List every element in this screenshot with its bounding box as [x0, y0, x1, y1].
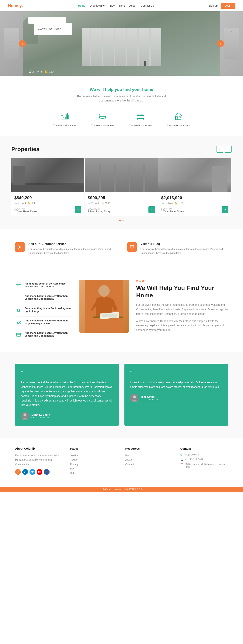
property-body-1: $849,200 🛁 2 🛏 4 📐 120² location: 2 Zwar…	[11, 192, 84, 216]
svg-marker-19	[175, 113, 182, 116]
property-stats-2: 🛁 2 🛏 4 📐 120²	[88, 202, 155, 204]
svg-rect-25	[130, 245, 134, 248]
social-twitter[interactable]	[29, 469, 35, 475]
feature-label-3: The Word Mountains	[129, 124, 152, 127]
features-subtitle: Far far away, behind the word mountains,…	[76, 94, 167, 103]
prop-area-1: 📐 120²	[28, 202, 36, 204]
testimonial-text-2: Lorem ipsum dolor sit amet, consectetur …	[130, 380, 222, 390]
nav-item-buy[interactable]: Buy	[110, 4, 115, 8]
footer-resources-title: Resources	[125, 447, 173, 450]
feature-icon-3	[135, 110, 146, 122]
footer-contact-title: Contact	[180, 447, 228, 450]
hero-stat-baths: 🛁 2	[28, 70, 34, 73]
nav-item-dropdown[interactable]: Dropdown ▾	[90, 4, 106, 8]
social-facebook[interactable]	[44, 469, 49, 475]
property-card-1: $849,200 🛁 2 🛏 4 📐 120² location: 2 Zwar…	[11, 158, 84, 216]
hero-next-button[interactable]: ›	[217, 40, 224, 47]
footer-link-blog[interactable]: Blog	[125, 453, 173, 458]
nav-item-rent[interactable]: Rent	[119, 4, 125, 8]
cta-content-2: Visit our Blog Far far away, behind the …	[141, 242, 228, 255]
svg-point-48	[133, 396, 136, 398]
svg-rect-21	[178, 118, 179, 120]
dropdown-toggle-icon: ▾	[102, 4, 106, 7]
footer-link-privacy[interactable]: Privacy	[70, 462, 118, 466]
feature-label-1: The Word Mountains	[53, 124, 76, 127]
watermark-bar: 仙鸟网社区bbs.xianiao.com免登下载更多内容	[0, 487, 243, 492]
email-icon: ✉	[180, 454, 183, 456]
dot-1[interactable]	[119, 220, 121, 222]
footer-about-title: About Colorlib	[15, 447, 63, 450]
whyus-feature-1: Right at the coast of the Semantics Voka…	[15, 280, 72, 292]
social-linkedin[interactable]	[22, 469, 28, 475]
hero-stats: 🛁 2 🛏 4 📐 120²	[28, 70, 54, 73]
signup-button[interactable]: Sign up	[209, 4, 218, 7]
whyus-text-4: And if she hasn't been rewritten then la…	[24, 319, 72, 325]
prop-bath-2: 🛁 2	[88, 202, 93, 204]
property-arrow-button-1[interactable]: →	[75, 206, 81, 213]
whyus-icon-4	[15, 319, 22, 326]
svg-rect-23	[179, 116, 180, 118]
login-button[interactable]: Login	[221, 3, 236, 9]
prop-bed-1: 🛏 4	[21, 202, 26, 204]
property-arrow-button-2[interactable]: →	[148, 206, 155, 213]
nav-link-about[interactable]: About	[129, 4, 136, 7]
svg-point-11	[105, 118, 106, 119]
svg-rect-3	[63, 114, 64, 115]
brand-logo[interactable]: Homey.	[7, 3, 23, 8]
cta-icon-2	[127, 242, 137, 252]
whyus-person-image	[79, 280, 129, 332]
property-footer-3: location: 2 Zwar Place, Florey →	[161, 206, 228, 213]
hero-prev-button[interactable]: ‹	[19, 40, 26, 47]
bath-icon: 🛁	[28, 70, 31, 73]
property-stats-3: 🛁 2 🛏 4 📐 120²	[161, 202, 228, 204]
footer-link-about[interactable]: About	[125, 458, 173, 462]
footer-link-terms[interactable]: Terms	[70, 458, 118, 462]
prop-bed-3: 🛏 4	[168, 202, 173, 204]
nav-item-contact[interactable]: Contact Us	[141, 4, 154, 8]
watermark-text: 仙鸟网社区bbs.xianiao.com免登下载更多内容	[100, 488, 143, 490]
whyus-text-2: And if she hasn't been rewritten then Vo…	[24, 294, 72, 300]
quote-icon-2: "	[130, 369, 222, 377]
footer-link-contact[interactable]: Contact	[125, 462, 173, 466]
nav-link-home[interactable]: Home	[78, 4, 85, 7]
hero-price-card: $999,000 $1,000,299 2 Zwar Place, Florey	[28, 17, 66, 24]
area-icon: 📐	[45, 70, 48, 73]
nav-link-dropdown[interactable]: Dropdown ▾	[90, 4, 106, 7]
footer-email: ✉ Info@Colorlib	[180, 453, 228, 456]
property-card-2: $900,295 🛁 2 🛏 4 📐 120² location: 2 Zwar…	[85, 158, 158, 216]
svg-point-34	[17, 309, 20, 311]
footer-link-services[interactable]: Services	[70, 453, 118, 458]
property-image-2	[85, 158, 158, 192]
footer-address: 📍 63 Raymonh Rd, Baltamore, London 3910	[180, 463, 228, 468]
bath-value: 2	[32, 70, 34, 73]
feature-item-3: The Word Mountains	[129, 110, 152, 127]
navbar: Homey. Home Dropdown ▾ Buy Rent About Co…	[0, 0, 243, 11]
nav-item-about[interactable]: About	[129, 4, 136, 8]
whyus-text-5: And if she hasn't been rewritten then Vo…	[24, 332, 72, 338]
footer-link-sell[interactable]: Sell	[70, 471, 118, 475]
svg-rect-44	[102, 313, 117, 318]
svg-point-35	[17, 321, 18, 322]
dot-2[interactable]	[122, 220, 124, 222]
prop-prev-button[interactable]: ←	[217, 146, 223, 152]
social-youtube[interactable]	[37, 469, 42, 475]
testimonial-card-1: " Far far away, behind the word mountain…	[15, 364, 119, 426]
social-rss[interactable]	[15, 469, 21, 475]
nav-link-buy[interactable]: Buy	[110, 4, 115, 7]
nav-link-rent[interactable]: Rent	[119, 4, 125, 7]
prop-next-button[interactable]: →	[225, 146, 232, 152]
svg-point-49	[17, 472, 17, 473]
property-arrow-button-3[interactable]: →	[222, 206, 228, 213]
footer-link-buy[interactable]: Buy	[70, 466, 118, 471]
svg-rect-29	[17, 285, 18, 286]
whyus-title: We Will Help You Find Your Home	[136, 284, 228, 299]
footer-col-pages: Pages Services Terms Privacy Buy Sell	[70, 447, 118, 475]
whyus-desc-2: A small river named Duden flows by their…	[136, 319, 228, 332]
svg-rect-6	[65, 116, 66, 117]
footer-social	[15, 469, 63, 475]
prop-area-3: 📐 120²	[175, 202, 183, 204]
footer-col-resources: Resources Blog About Contact	[125, 447, 173, 475]
whyus-feature-4: And if she hasn't been rewritten then la…	[15, 316, 72, 329]
nav-item-home[interactable]: Home	[78, 4, 85, 8]
nav-link-contact[interactable]: Contact Us	[141, 4, 154, 7]
